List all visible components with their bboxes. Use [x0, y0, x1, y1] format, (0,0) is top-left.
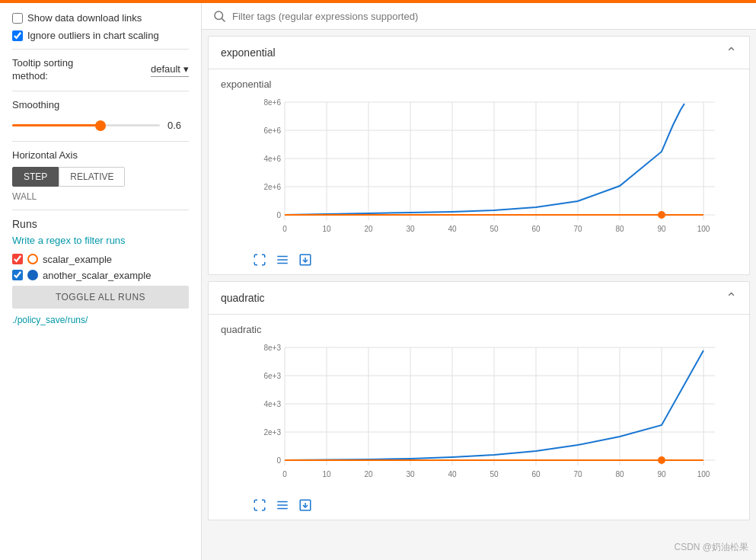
run2-circle-icon — [27, 270, 38, 280]
svg-text:2e+6: 2e+6 — [263, 183, 281, 191]
smoothing-slider[interactable] — [12, 118, 160, 133]
svg-text:80: 80 — [615, 225, 624, 233]
exponential-chart-body: exponential — [209, 69, 749, 274]
watermark: CSDN @奶油松果 — [674, 541, 748, 554]
svg-text:4e+3: 4e+3 — [263, 400, 281, 408]
tooltip-sorting-label: Tooltip sorting method: — [12, 57, 73, 83]
svg-text:60: 60 — [531, 225, 541, 233]
toggle-all-runs-button[interactable]: TOGGLE ALL RUNS — [12, 286, 189, 309]
svg-text:8e+3: 8e+3 — [263, 344, 281, 352]
svg-text:50: 50 — [490, 470, 499, 478]
download-icon[interactable] — [297, 251, 314, 268]
svg-point-74 — [658, 456, 665, 464]
ignore-outliers-label[interactable]: Ignore outliers in chart scaling — [12, 30, 159, 41]
search-input[interactable] — [232, 11, 745, 22]
quadratic-header: quadratic ⌃ — [209, 282, 749, 315]
svg-text:4e+6: 4e+6 — [263, 155, 281, 163]
step-button[interactable]: STEP — [12, 167, 59, 187]
svg-text:0: 0 — [282, 470, 287, 478]
axis-buttons: STEP RELATIVE — [12, 167, 189, 187]
relative-button[interactable]: RELATIVE — [59, 167, 125, 187]
quadratic-chart-body: quadratic — [209, 315, 749, 520]
legend-icon-q[interactable] — [274, 497, 291, 514]
exponential-header: exponential ⌃ — [209, 37, 749, 69]
quadratic-chart-title: quadratic — [221, 324, 737, 335]
svg-text:20: 20 — [364, 470, 373, 478]
svg-text:6e+6: 6e+6 — [263, 126, 281, 135]
show-download-row: Show data download links — [12, 12, 189, 24]
runs-filter-link[interactable]: Write a regex to filter runs — [12, 235, 189, 246]
svg-text:70: 70 — [573, 470, 582, 478]
quadratic-collapse-icon[interactable]: ⌃ — [726, 290, 737, 306]
horizontal-axis-label: Horizontal Axis — [12, 149, 189, 161]
svg-text:90: 90 — [657, 225, 666, 233]
show-download-checkbox[interactable] — [12, 13, 23, 24]
smoothing-value: 0.6 — [167, 120, 189, 131]
svg-text:80: 80 — [615, 470, 624, 478]
exponential-chart-svg: 0 2e+6 4e+6 6e+6 8e+6 0 10 20 30 40 50 6… — [221, 94, 737, 247]
svg-text:30: 30 — [406, 470, 415, 478]
svg-text:8e+6: 8e+6 — [263, 98, 281, 107]
expand-icon-q[interactable] — [251, 497, 268, 514]
svg-text:40: 40 — [448, 225, 457, 233]
quadratic-chart-area: 0 2e+3 4e+3 6e+3 8e+3 0 10 20 30 40 50 6… — [221, 340, 737, 492]
svg-text:100: 100 — [697, 225, 710, 233]
svg-text:10: 10 — [322, 225, 331, 233]
main-content: exponential ⌃ exponential — [202, 3, 756, 560]
search-bar — [202, 3, 756, 30]
quadratic-section-title: quadratic — [221, 292, 265, 304]
svg-text:50: 50 — [490, 225, 499, 233]
run2-item: another_scalar_example — [12, 270, 189, 281]
svg-text:0: 0 — [282, 225, 287, 233]
legend-icon[interactable] — [274, 251, 291, 268]
run1-name: scalar_example — [43, 254, 112, 265]
tooltip-select[interactable]: default ▾ — [151, 63, 189, 77]
policy-link[interactable]: ./policy_save/runs/ — [12, 315, 189, 325]
search-icon — [212, 9, 226, 23]
exponential-section-title: exponential — [221, 46, 276, 59]
ignore-outliers-checkbox[interactable] — [12, 30, 23, 41]
show-download-label[interactable]: Show data download links — [12, 12, 142, 24]
exponential-chart-area: 0 2e+6 4e+6 6e+6 8e+6 0 10 20 30 40 50 6… — [221, 94, 737, 247]
run2-checkbox[interactable] — [12, 270, 23, 280]
expand-icon[interactable] — [251, 251, 268, 268]
quadratic-chart-toolbar — [221, 497, 737, 514]
exponential-chart-toolbar — [221, 251, 737, 268]
runs-heading: Runs — [12, 218, 189, 230]
tooltip-row: Tooltip sorting method: default ▾ — [12, 57, 189, 83]
run1-circle-icon — [27, 254, 38, 264]
svg-point-0 — [215, 11, 223, 20]
svg-text:40: 40 — [448, 470, 457, 478]
svg-text:6e+3: 6e+3 — [263, 372, 281, 380]
svg-text:2e+3: 2e+3 — [263, 428, 281, 437]
svg-point-35 — [658, 211, 665, 219]
quadratic-chart-svg: 0 2e+3 4e+3 6e+3 8e+3 0 10 20 30 40 50 6… — [221, 340, 737, 492]
run1-checkbox[interactable] — [12, 254, 23, 264]
svg-text:0: 0 — [276, 211, 281, 219]
svg-text:10: 10 — [322, 470, 331, 478]
smoothing-row: 0.6 — [12, 118, 189, 133]
smoothing-label: Smoothing — [12, 99, 189, 110]
wall-label: WALL — [12, 191, 189, 202]
download-icon-q[interactable] — [297, 497, 314, 514]
svg-text:90: 90 — [657, 470, 666, 478]
svg-text:20: 20 — [364, 225, 373, 233]
svg-text:100: 100 — [697, 470, 710, 478]
chevron-down-icon: ▾ — [183, 63, 189, 75]
exponential-collapse-icon[interactable]: ⌃ — [726, 44, 737, 61]
svg-text:0: 0 — [276, 456, 281, 465]
run1-item: scalar_example — [12, 254, 189, 265]
svg-text:30: 30 — [406, 225, 415, 233]
run2-name: another_scalar_example — [43, 270, 151, 281]
svg-text:70: 70 — [573, 225, 582, 233]
quadratic-section: quadratic ⌃ quadratic — [208, 281, 750, 520]
ignore-outliers-row: Ignore outliers in chart scaling — [12, 30, 189, 41]
exponential-chart-title: exponential — [221, 78, 737, 90]
svg-text:60: 60 — [531, 470, 541, 478]
sidebar: Show data download links Ignore outliers… — [0, 3, 202, 560]
exponential-section: exponential ⌃ exponential — [208, 36, 750, 275]
svg-line-1 — [222, 18, 225, 21]
